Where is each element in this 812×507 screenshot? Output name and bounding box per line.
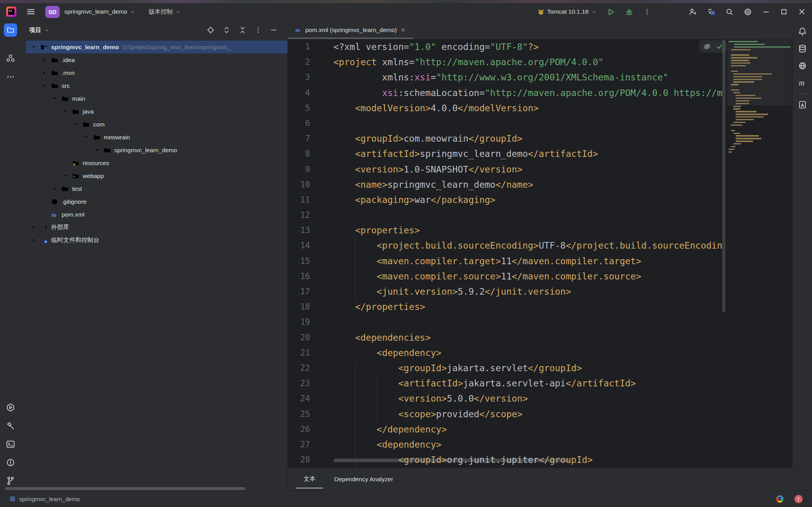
line-number[interactable]: 1 — [288, 39, 310, 55]
line-number[interactable]: 26 — [288, 422, 310, 437]
database-icon[interactable] — [798, 44, 807, 53]
chevron-down-icon[interactable] — [72, 121, 80, 128]
chevron-down-icon[interactable] — [62, 172, 69, 180]
line-number[interactable]: 22 — [288, 361, 310, 376]
code-line-1[interactable]: 1<?xml version="1.0" encoding="UTF-8"?> — [288, 39, 722, 55]
code-line-16[interactable]: 16 <maven.compiler.source>11</maven.comp… — [288, 269, 722, 284]
code-line-5[interactable]: 5 <modelVersion>4.0.0</modelVersion> — [288, 101, 722, 116]
chevron-down-icon[interactable] — [93, 146, 101, 154]
google-translate-engine-icon[interactable] — [776, 495, 784, 503]
editor-vertical-scrollbar[interactable] — [722, 39, 725, 313]
eye-off-highlighting-icon[interactable] — [703, 43, 711, 50]
project-selector[interactable]: springmvc_learn_demo — [64, 8, 135, 15]
web-globe-icon[interactable] — [798, 61, 807, 70]
line-number[interactable]: 4 — [288, 85, 310, 101]
chevron-down-icon[interactable] — [51, 95, 59, 102]
project-tool-window-button[interactable] — [4, 23, 17, 37]
tree-item-pom.xml[interactable]: mpom.xml — [21, 208, 287, 221]
chevron-right-icon[interactable] — [30, 237, 37, 244]
code-line-26[interactable]: 26 </dependency> — [288, 422, 722, 437]
code-line-22[interactable]: 22 <groupId>jakarta.servlet</groupId> — [288, 361, 722, 376]
project-panel-title[interactable]: 项目 — [29, 26, 41, 34]
chevron-down-icon[interactable] — [44, 27, 50, 33]
tree-item-resources[interactable]: resources — [21, 157, 287, 169]
editor-tab-pom-xml[interactable]: m pom.xml (springmvc_learn_demo) — [288, 21, 413, 39]
close-tab-icon[interactable] — [400, 27, 406, 33]
line-number[interactable]: 8 — [288, 146, 310, 162]
main-menu-hamburger-icon[interactable] — [27, 7, 35, 16]
code-line-2[interactable]: 2<project xmlns="http://maven.apache.org… — [288, 55, 722, 70]
dictionary-book-icon[interactable] — [798, 100, 807, 109]
code-line-27[interactable]: 27 <dependency> — [288, 437, 722, 452]
line-number[interactable]: 25 — [288, 407, 310, 422]
chevron-right-icon[interactable] — [30, 224, 37, 231]
line-number[interactable]: 7 — [288, 131, 310, 146]
code-line-15[interactable]: 15 <maven.compiler.target>11</maven.comp… — [288, 254, 722, 269]
structure-icon[interactable] — [6, 54, 15, 62]
code-line-25[interactable]: 25 <scope>provided</scope> — [288, 407, 722, 422]
code-line-7[interactable]: 7 <groupId>com.meowrain</groupId> — [288, 131, 722, 146]
line-number[interactable]: 18 — [288, 299, 310, 315]
code-with-me-user-add-icon[interactable] — [689, 8, 697, 16]
debug-button[interactable] — [625, 8, 633, 16]
hide-panel-icon[interactable] — [270, 26, 278, 34]
code-line-9[interactable]: 9 <version>1.0-SNAPSHOT</version> — [288, 162, 722, 177]
more-actions-kebab-icon[interactable] — [644, 8, 651, 15]
project-avatar-badge[interactable]: SD — [45, 6, 60, 18]
chevron-right-icon[interactable] — [41, 56, 48, 64]
editor-horizontal-scrollbar[interactable] — [333, 459, 569, 462]
line-number[interactable]: 16 — [288, 269, 310, 284]
code-line-21[interactable]: 21 <dependency> — [288, 345, 722, 361]
code-line-19[interactable]: 19 — [288, 315, 722, 330]
chevron-right-icon[interactable] — [41, 69, 48, 76]
line-number[interactable]: 15 — [288, 254, 310, 269]
tree-item-src[interactable]: src — [21, 79, 287, 92]
code-line-14[interactable]: 14 <project.build.sourceEncoding>UTF-8</… — [288, 238, 722, 253]
translate-icon[interactable] — [707, 8, 715, 16]
tree-item--[interactable]: 外部库 — [21, 221, 287, 234]
tree-item-main[interactable]: main — [21, 92, 287, 105]
line-number[interactable]: 24 — [288, 391, 310, 406]
tree-item-springmvc_learn_demo[interactable]: springmvc_learn_demo — [21, 144, 287, 157]
vcs-menu[interactable]: 版本控制 — [149, 8, 181, 16]
window-close-button[interactable] — [798, 8, 806, 16]
line-number[interactable]: 6 — [288, 116, 310, 131]
line-number[interactable]: 5 — [288, 101, 310, 116]
code-line-10[interactable]: 10 <name>springmvc_learn_demo</name> — [288, 177, 722, 192]
run-button[interactable] — [607, 8, 615, 16]
bottom-tab-dependency-analyzer[interactable]: Dependency Analyzer — [333, 468, 394, 490]
tree-item-java[interactable]: java — [21, 105, 287, 118]
tree-item-springmvc_learn_demo[interactable]: springmvc_learn_demoD:\project\spring_mv… — [21, 41, 287, 53]
chevron-down-icon[interactable] — [62, 108, 69, 115]
status-project-widget[interactable]: springmvc_learn_demo — [9, 496, 80, 502]
build-hammer-icon[interactable] — [6, 421, 15, 431]
line-number[interactable]: 3 — [288, 70, 310, 85]
code-line-17[interactable]: 17 <junit.version>5.9.2</junit.version> — [288, 284, 722, 299]
notifications-bell-icon[interactable] — [798, 27, 807, 36]
maven-tool-window-icon[interactable]: m — [798, 78, 807, 87]
line-number[interactable]: 11 — [288, 192, 310, 208]
code-line-20[interactable]: 20 <dependencies> — [288, 330, 722, 345]
collapse-all-icon[interactable] — [239, 26, 246, 34]
tree-item-.idea[interactable]: .idea — [21, 53, 287, 66]
search-everywhere-icon[interactable] — [725, 8, 734, 16]
code-minimap[interactable] — [727, 39, 792, 468]
problems-icon[interactable] — [6, 458, 15, 467]
line-number[interactable]: 17 — [288, 284, 310, 299]
line-number[interactable]: 20 — [288, 330, 310, 345]
window-maximize-button[interactable] — [780, 8, 788, 16]
code-line-3[interactable]: 3 xmlns:xsi="http://www.w3.org/2001/XMLS… — [288, 70, 722, 85]
window-minimize-button[interactable] — [762, 8, 770, 16]
line-number[interactable]: 10 — [288, 177, 310, 192]
project-tree[interactable]: springmvc_learn_demoD:\project\spring_mv… — [21, 39, 288, 490]
line-number[interactable]: 12 — [288, 208, 310, 223]
locate-file-icon[interactable] — [207, 26, 215, 34]
panel-options-kebab-icon[interactable] — [255, 27, 262, 34]
version-control-branch-icon[interactable] — [6, 476, 15, 486]
code-line-11[interactable]: 11 <packaging>war</packaging> — [288, 192, 722, 208]
bottom-tab-文本[interactable]: 文本 — [303, 468, 316, 490]
notifications-error-badge[interactable]: ! — [794, 495, 803, 503]
chevron-down-icon[interactable] — [30, 43, 37, 51]
code-line-23[interactable]: 23 <artifactId>jakarta.servlet-api</arti… — [288, 376, 722, 391]
code-editor[interactable]: 1<?xml version="1.0" encoding="UTF-8"?>2… — [288, 39, 792, 468]
